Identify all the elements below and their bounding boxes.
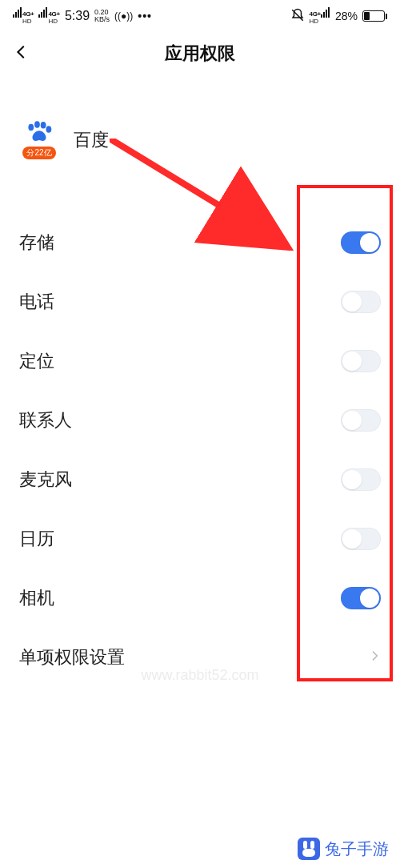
chevron-right-icon [368, 649, 381, 665]
permission-calendar[interactable]: 日历 [19, 509, 381, 569]
hotspot-icon: ((●)) [114, 10, 133, 22]
svg-point-3 [41, 122, 46, 129]
phone-toggle[interactable] [341, 291, 381, 313]
battery-percent: 28% [335, 10, 358, 22]
permission-label: 存储 [19, 231, 54, 255]
permission-phone[interactable]: 电话 [19, 272, 381, 332]
permission-label: 麦克风 [19, 468, 72, 492]
signal-2-icon: 4G+ HD [38, 7, 59, 25]
battery-icon [362, 10, 387, 22]
signal-2-sublabel: HD [48, 18, 59, 25]
footer-banner: 兔子手游 [0, 830, 400, 868]
svg-point-4 [46, 126, 52, 133]
signal-1-sublabel: HD [22, 18, 34, 25]
permission-label: 单项权限设置 [19, 645, 125, 669]
title-bar: 应用权限 [0, 32, 400, 75]
app-name: 百度 [74, 128, 109, 152]
microphone-toggle[interactable] [341, 468, 381, 491]
signal-right-icon: 4G+ HD [310, 7, 330, 25]
watermark: www.rabbit52.com [0, 667, 400, 684]
camera-toggle[interactable] [341, 587, 381, 609]
permission-contacts[interactable]: 联系人 [19, 391, 381, 450]
storage-toggle[interactable] [341, 231, 381, 254]
status-time: 5:39 [65, 9, 90, 23]
permission-label: 定位 [19, 349, 54, 373]
baidu-paw-icon [26, 121, 53, 145]
app-icon: 分22亿 [19, 120, 59, 160]
permission-label: 日历 [19, 527, 54, 551]
contacts-toggle[interactable] [341, 409, 381, 432]
svg-point-2 [34, 121, 40, 128]
permission-microphone[interactable]: 麦克风 [19, 450, 381, 509]
banner-text: 兔子手游 [325, 838, 389, 860]
signal-2-label: 4G+ [48, 10, 59, 18]
bunny-icon [298, 838, 320, 860]
more-icon: ••• [138, 10, 152, 22]
status-left: 4G+ HD 4G+ HD 5:39 0.20 KB/s ((●)) ••• [13, 7, 152, 25]
signal-1-label: 4G+ [22, 10, 34, 18]
svg-point-1 [28, 124, 34, 131]
mute-icon [290, 8, 305, 25]
app-badge: 分22亿 [22, 147, 55, 159]
permission-camera[interactable]: 相机 [19, 569, 381, 628]
data-rate: 0.20 KB/s [94, 9, 110, 23]
calendar-toggle[interactable] [341, 528, 381, 550]
app-header: 分22亿 百度 [0, 120, 400, 160]
signal-right-label: 4G+ [310, 10, 321, 18]
permission-list: 存储 电话 定位 联系人 麦克风 日历 相机 单项权限设置 [0, 213, 400, 687]
location-toggle[interactable] [341, 350, 381, 372]
status-bar: 4G+ HD 4G+ HD 5:39 0.20 KB/s ((●)) ••• 4… [0, 0, 400, 32]
page-title: 应用权限 [0, 42, 400, 66]
signal-1-icon: 4G+ HD [13, 7, 34, 25]
permission-storage[interactable]: 存储 [19, 213, 381, 272]
permission-location[interactable]: 定位 [19, 332, 381, 391]
signal-right-sublabel: HD [310, 18, 321, 25]
status-right: 4G+ HD 28% [290, 7, 387, 25]
back-button[interactable] [13, 43, 30, 64]
permission-label: 电话 [19, 290, 54, 314]
permission-label: 联系人 [19, 408, 72, 432]
permission-label: 相机 [19, 586, 54, 610]
